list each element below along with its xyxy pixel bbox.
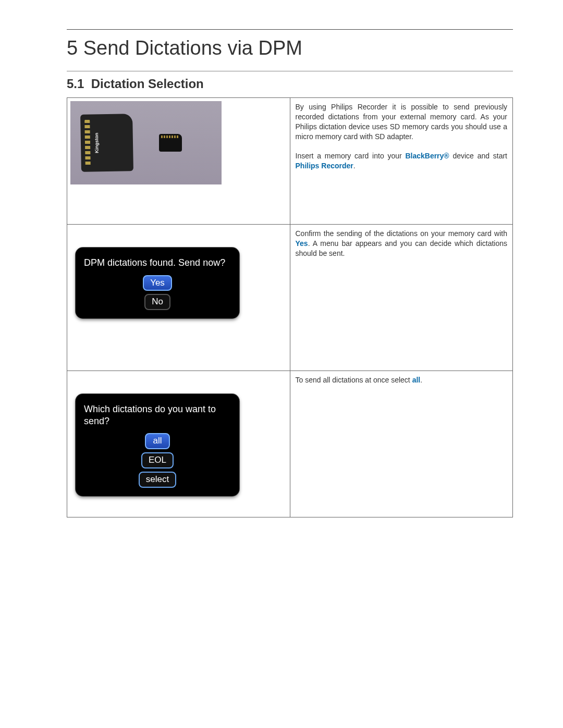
text-fragment: To send all dictations at once select [296, 376, 412, 384]
table-row: Which dictations do you want to send? al… [67, 371, 513, 517]
paragraph-1b: Insert a memory card into your BlackBerr… [296, 151, 508, 171]
sd-brand-label: Kingston [93, 133, 100, 153]
text-fragment: Insert a memory card into your [296, 152, 406, 160]
all-button[interactable]: all [145, 433, 170, 449]
microsd-icon [159, 134, 182, 152]
yes-button[interactable]: Yes [143, 275, 172, 291]
paragraph-1a: By using Philips Recorder it is possible… [296, 102, 508, 142]
chapter-number: 5 [67, 37, 78, 59]
top-rule [67, 29, 513, 30]
philips-recorder-label: Philips Recorder [296, 162, 353, 170]
section-heading: 5.1 Dictation Selection [67, 77, 513, 91]
document-page: 5 Send Dictations via DPM 5.1 Dictation … [0, 0, 563, 728]
table-row: DPM dictations found. Send now? Yes No C… [67, 225, 513, 371]
chapter-heading: 5 Send Dictations via DPM [67, 37, 513, 59]
text-cell-1: By using Philips Recorder it is possible… [290, 98, 513, 225]
dialog-button-group: all EOL select [84, 433, 231, 488]
eol-button[interactable]: EOL [141, 452, 174, 468]
image-cell-dialog-2: Which dictations do you want to send? al… [67, 371, 290, 517]
sd-adapter-icon: Kingston [80, 114, 133, 172]
text-fragment: device and start [449, 152, 507, 160]
image-cell-sdcards: Kingston [67, 98, 290, 225]
no-button[interactable]: No [144, 294, 170, 310]
blackberry-label: BlackBerry® [405, 152, 449, 160]
image-cell-dialog-1: DPM dictations found. Send now? Yes No [67, 225, 290, 371]
text-fragment: Confirm the sending of the dictations on… [296, 229, 508, 238]
sub-rule [67, 71, 513, 71]
select-dictations-dialog: Which dictations do you want to send? al… [76, 394, 239, 496]
section-number: 5.1 [67, 77, 84, 91]
dialog-title: DPM dictations found. Send now? [84, 257, 231, 269]
paragraph-2: Confirm the sending of the dictations on… [296, 229, 508, 258]
all-label: all [412, 376, 421, 384]
text-fragment: . [420, 376, 422, 384]
chapter-title: Send Dictations via DPM [83, 37, 302, 59]
table-row: Kingston By using Philips Recorder it is… [67, 98, 513, 225]
confirm-send-dialog: DPM dictations found. Send now? Yes No [76, 248, 239, 318]
text-fragment: . [353, 162, 356, 170]
section-title: Dictation Selection [91, 77, 204, 91]
text-fragment: . A menu bar appears and you can decide … [296, 239, 508, 257]
text-cell-2: Confirm the sending of the dictations on… [290, 225, 513, 371]
text-cell-3: To send all dictations at once select al… [290, 371, 513, 517]
dialog-title: Which dictations do you want to send? [84, 403, 231, 427]
select-button[interactable]: select [139, 472, 176, 488]
sdcard-photo: Kingston [70, 101, 222, 184]
dialog-button-group: Yes No [84, 275, 231, 311]
content-table: Kingston By using Philips Recorder it is… [67, 97, 513, 517]
yes-label: Yes [296, 239, 308, 248]
paragraph-3: To send all dictations at once select al… [296, 375, 508, 385]
